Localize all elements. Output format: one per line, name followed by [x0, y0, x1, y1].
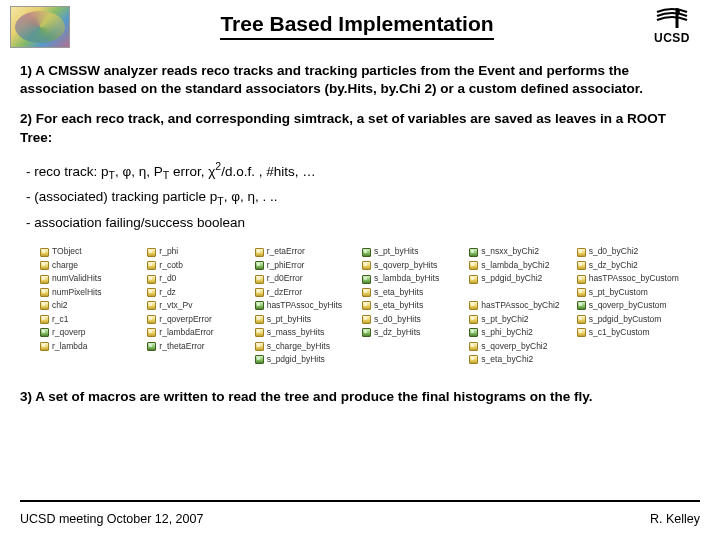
leaf-label: s_qoverp_byHits [374, 260, 437, 271]
leaf-icon [577, 248, 586, 257]
tree-leaf: s_qoverp_byCustom [577, 300, 680, 311]
tree-leaf: s_phi_byChi2 [469, 327, 572, 338]
tree-leaf: s_eta_byHits [362, 300, 465, 311]
tree-leaf: s_dz_byHits [362, 327, 465, 338]
tree-leaf: numPixelHits [40, 287, 143, 298]
leaf-icon [147, 315, 156, 324]
tree-leaf [362, 341, 465, 352]
tree-leaf: s_eta_byHits [362, 287, 465, 298]
leaf-label: s_qoverp_byCustom [589, 300, 667, 311]
leaf-label: r_d0Error [267, 273, 303, 284]
leaf-label: r_cotb [159, 260, 183, 271]
leaf-label: s_phi_byChi2 [481, 327, 533, 338]
leaf-label: s_nsxx_byChi2 [481, 246, 539, 257]
leaf-label: s_pt_byHits [267, 314, 311, 325]
bullet-assoc: - (associated) tracking particle pT, φ, … [26, 188, 700, 208]
leaf-label: s_c1_byCustom [589, 327, 650, 338]
tree-leaf: s_nsxx_byChi2 [469, 246, 572, 257]
paragraph-2: 2) For each reco track, and correspondin… [20, 110, 700, 146]
leaf-icon [147, 328, 156, 337]
leaf-label: r_vtx_Pv [159, 300, 192, 311]
tree-leaf [469, 287, 572, 298]
leaf-label: r_qoverpError [159, 314, 211, 325]
leaf-icon [147, 288, 156, 297]
leaf-icon [255, 288, 264, 297]
leaf-label: r_c1 [52, 314, 69, 325]
leaf-icon [469, 355, 478, 364]
leaf-icon [577, 275, 586, 284]
tree-leaf: s_charge_byHits [255, 341, 358, 352]
leaf-icon [147, 275, 156, 284]
leaf-label: hasTPAssoc_byChi2 [481, 300, 559, 311]
leaf-icon [469, 328, 478, 337]
tree-leaf: s_pdgid_byCustom [577, 314, 680, 325]
leaf-label: r_thetaError [159, 341, 204, 352]
leaf-icon [40, 315, 49, 324]
leaf-icon [255, 315, 264, 324]
tree-leaf: s_qoverp_byHits [362, 260, 465, 271]
leaf-icon [255, 261, 264, 270]
tree-leaf: r_etaError [255, 246, 358, 257]
cms-logo [10, 6, 70, 48]
leaf-label: s_pdgid_byChi2 [481, 273, 542, 284]
leaf-icon [577, 288, 586, 297]
leaf-icon [147, 342, 156, 351]
tree-leaf: s_c1_byCustom [577, 327, 680, 338]
text: /d.o.f. , #hits, … [221, 163, 316, 178]
leaf-icon [577, 328, 586, 337]
bullet-reco: - reco track: pT, φ, η, PT error, χ2/d.o… [26, 159, 700, 182]
ucsd-label: UCSD [644, 31, 700, 45]
leaf-icon [255, 355, 264, 364]
tree-leaf: s_pt_byChi2 [469, 314, 572, 325]
leaf-label: s_d0_byChi2 [589, 246, 639, 257]
leaf-icon [255, 301, 264, 310]
leaf-label: r_phiError [267, 260, 305, 271]
text: - reco track: p [26, 163, 109, 178]
text: error, χ [169, 163, 215, 178]
tree-leaf: s_mass_byHits [255, 327, 358, 338]
tree-leaf: r_d0Error [255, 273, 358, 284]
leaf-label: numPixelHits [52, 287, 102, 298]
tree-leaf: s_eta_byChi2 [469, 354, 572, 365]
tree-leaf: TObject [40, 246, 143, 257]
leaf-icon [469, 275, 478, 284]
tree-leaf [40, 354, 143, 365]
tree-leaf: hasTPAssoc_byChi2 [469, 300, 572, 311]
tree-leaf: s_pdgid_byChi2 [469, 273, 572, 284]
leaf-icon [469, 248, 478, 257]
leaf-icon [469, 315, 478, 324]
leaf-icon [362, 315, 371, 324]
footer-right: R. Kelley [650, 512, 700, 526]
tree-leaf: r_lambda [40, 341, 143, 352]
tree-leaf: s_lambda_byChi2 [469, 260, 572, 271]
tree-leaf: r_phi [147, 246, 250, 257]
leaf-label: s_lambda_byHits [374, 273, 439, 284]
leaf-icon [255, 328, 264, 337]
tree-leaf: chi2 [40, 300, 143, 311]
tree-leaf: r_c1 [40, 314, 143, 325]
tree-leaf: r_qoverp [40, 327, 143, 338]
leaf-icon [362, 275, 371, 284]
leaf-label: hasTPAssoc_byCustom [589, 273, 679, 284]
leaf-icon [469, 261, 478, 270]
tree-leaf: r_phiError [255, 260, 358, 271]
tree-leaf: r_cotb [147, 260, 250, 271]
tree-leaf: s_lambda_byHits [362, 273, 465, 284]
leaf-icon [40, 342, 49, 351]
leaf-label: s_eta_byHits [374, 287, 423, 298]
leaf-icon [255, 275, 264, 284]
paragraph-3: 3) A set of macros are written to read t… [20, 388, 700, 406]
root-tree-panel: TObjectr_phir_etaErrors_pt_byHitss_nsxx_… [34, 242, 686, 371]
leaf-icon [362, 248, 371, 257]
leaf-label: r_qoverp [52, 327, 86, 338]
leaf-icon [577, 261, 586, 270]
tree-leaf: r_d0 [147, 273, 250, 284]
leaf-icon [40, 328, 49, 337]
leaf-label: s_pt_byChi2 [481, 314, 528, 325]
leaf-icon [40, 288, 49, 297]
tree-leaf: s_dz_byChi2 [577, 260, 680, 271]
tree-leaf: r_thetaError [147, 341, 250, 352]
text: , φ, η, . .. [224, 189, 278, 204]
leaf-icon [469, 342, 478, 351]
tree-leaf [577, 354, 680, 365]
